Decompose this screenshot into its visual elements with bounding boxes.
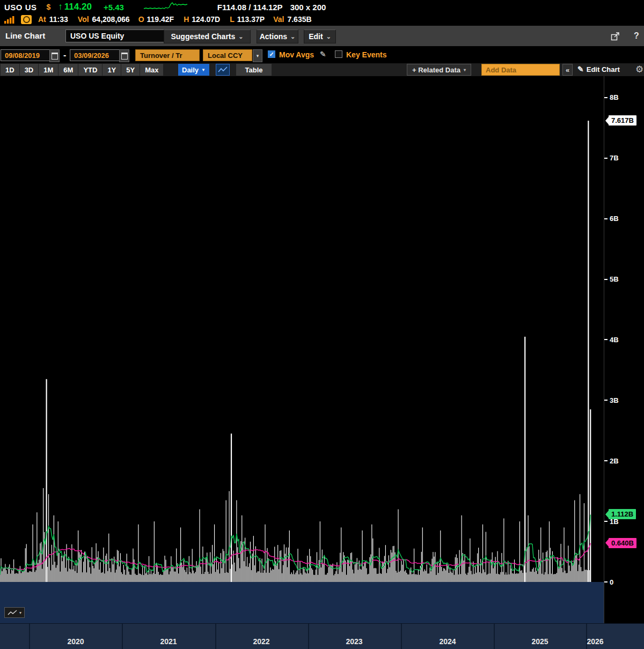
ma-short-badge: 1.112B (609, 509, 636, 519)
calendar-icon[interactable] (119, 49, 129, 62)
turnover-chart-canvas[interactable] (0, 76, 604, 623)
price-change: +5.43 (104, 3, 124, 12)
x-tick-2023: 2023 (337, 637, 371, 646)
x-tick-2021: 2021 (151, 637, 186, 646)
volume-histogram-icon[interactable] (4, 16, 14, 24)
vol-label: Vol (78, 15, 89, 24)
y-tick-3B: 3B (604, 396, 619, 404)
y-tick-6B: 6B (604, 215, 619, 223)
ma-long-badge: 0.640B (609, 538, 636, 548)
ticker-symbol: USO US (4, 3, 37, 12)
y-tick-0: 0 (604, 578, 613, 586)
low-value: 113.37P (237, 15, 265, 24)
currency-dropdown[interactable]: Local CCY (203, 49, 252, 61)
low-label: L (230, 15, 235, 24)
security-input[interactable] (65, 30, 165, 42)
dropdown-arrow-icon: ▼ (201, 68, 206, 72)
period-tabs: 1D3D1M6MYTD1Y5YMax (1, 64, 163, 76)
end-date-input[interactable]: 03/09/2026 (70, 49, 122, 61)
year-separator (308, 624, 309, 649)
dropdown-arrow-icon: ▾ (19, 610, 21, 615)
year-separator (122, 624, 123, 649)
tab-6m[interactable]: 6M (58, 64, 78, 76)
edit-chart-button[interactable]: ✎ Edit Chart (577, 65, 620, 73)
at-label: At (38, 15, 46, 24)
y-axis-panel: 8B7B6B5B4B3B2B1B07.617B1.112B0.640B (604, 76, 644, 623)
val-label: Val (273, 15, 284, 24)
page-title: Line Chart (5, 31, 45, 40)
high-value: 124.07D (192, 15, 220, 24)
year-separator (29, 624, 30, 649)
tab-5y[interactable]: 5Y (121, 64, 140, 76)
y-tick-2B: 2B (604, 456, 619, 465)
x-tick-2026: 2026 (578, 637, 612, 646)
field-dropdown[interactable]: Turnover / Tr (135, 49, 200, 61)
tab-1y[interactable]: 1Y (103, 64, 121, 76)
delayed-data-clock-icon[interactable] (21, 15, 32, 24)
key-events-checkbox[interactable] (335, 50, 342, 58)
help-icon[interactable]: ? (630, 30, 643, 42)
tab-3d[interactable]: 3D (20, 64, 39, 76)
add-data-input[interactable] (481, 64, 560, 76)
y-tick-4B: 4B (604, 335, 619, 344)
open-value: 119.42F (147, 15, 174, 24)
high-label: H (184, 15, 189, 24)
chart-type-selector[interactable]: ▾ (4, 607, 25, 618)
chart-style-icon[interactable] (216, 64, 230, 76)
mov-avgs-pencil-icon[interactable]: ✎ (320, 50, 326, 58)
tab-ytd[interactable]: YTD (78, 64, 102, 76)
price-up-arrow-icon: ↑ (58, 2, 63, 12)
frequency-dropdown[interactable]: Daily ▼ (178, 64, 209, 76)
edit-button[interactable]: Edit ⌄ (304, 30, 336, 43)
tab-1d[interactable]: 1D (1, 64, 19, 76)
related-data-button[interactable]: + Related Data ▾ (407, 64, 471, 76)
chevron-down-icon: ⌄ (326, 34, 331, 39)
table-button[interactable]: Table (236, 64, 272, 76)
currency-dropdown-arrow-icon[interactable]: ▾ (253, 49, 262, 62)
year-separator (401, 624, 402, 649)
security-info-bar: USO US $ ↑ 114.20 +5.43 F114.08 / 114.12… (0, 0, 644, 26)
export-share-icon[interactable] (609, 30, 621, 42)
quote-lot-size: 300 x 200 (290, 3, 326, 12)
tab-max[interactable]: Max (140, 64, 163, 76)
pencil-icon: ✎ (577, 65, 584, 73)
x-tick-2024: 2024 (430, 637, 465, 646)
x-tick-2025: 2025 (523, 637, 557, 646)
chart-plot-area[interactable] (0, 76, 604, 623)
year-separator (494, 624, 495, 649)
tab-1m[interactable]: 1M (39, 64, 58, 76)
chevron-down-icon: ⌄ (290, 34, 295, 39)
start-date-input[interactable]: 09/08/2019 (1, 49, 53, 61)
intraday-sparkline (143, 1, 189, 13)
currency-symbol: $ (47, 3, 51, 11)
mov-avgs-checkbox[interactable]: ✓ (268, 50, 275, 58)
bid-ask-quote: F114.08 / 114.12P (217, 3, 283, 12)
mov-avgs-label: Mov Avgs (279, 50, 314, 59)
calendar-icon[interactable] (49, 49, 60, 62)
y-tick-5B: 5B (604, 275, 619, 284)
y-tick-7B: 7B (604, 154, 619, 163)
date-range-separator: - (63, 50, 66, 60)
last-price: 114.20 (64, 2, 92, 12)
year-separator (215, 624, 216, 649)
val-value: 7.635B (287, 15, 311, 24)
y-tick-8B: 8B (604, 93, 619, 102)
period-toolbar: 1D3D1M6MYTD1Y5YMax Daily ▼ Table + Relat… (0, 63, 644, 76)
x-axis-band: 2020202120222023202420252026 (0, 623, 644, 649)
collapse-panel-button[interactable]: « (562, 64, 573, 76)
volume-value: 64,208,066 (92, 15, 130, 24)
settings-gear-icon[interactable]: ⚙ (632, 63, 644, 76)
actions-button[interactable]: Actions ⌄ (257, 30, 298, 43)
chevron-down-icon: ⌄ (238, 34, 243, 39)
x-tick-2022: 2022 (244, 637, 279, 646)
open-label: O (138, 15, 144, 24)
last-turnover-badge: 7.617B (609, 115, 636, 126)
quote-time: 11:33 (49, 15, 68, 24)
key-events-label: Key Events (346, 50, 386, 59)
suggested-charts-button[interactable]: Suggested Charts ⌄ (164, 30, 251, 43)
chart-settings-row: 09/08/2019 - 03/09/2026 Turnover / Tr Lo… (0, 48, 644, 62)
dropdown-arrow-icon: ▾ (464, 68, 466, 72)
x-tick-2020: 2020 (58, 637, 93, 646)
chart-toolbar: Line Chart Suggested Charts ⌄ Actions ⌄ … (0, 26, 644, 46)
